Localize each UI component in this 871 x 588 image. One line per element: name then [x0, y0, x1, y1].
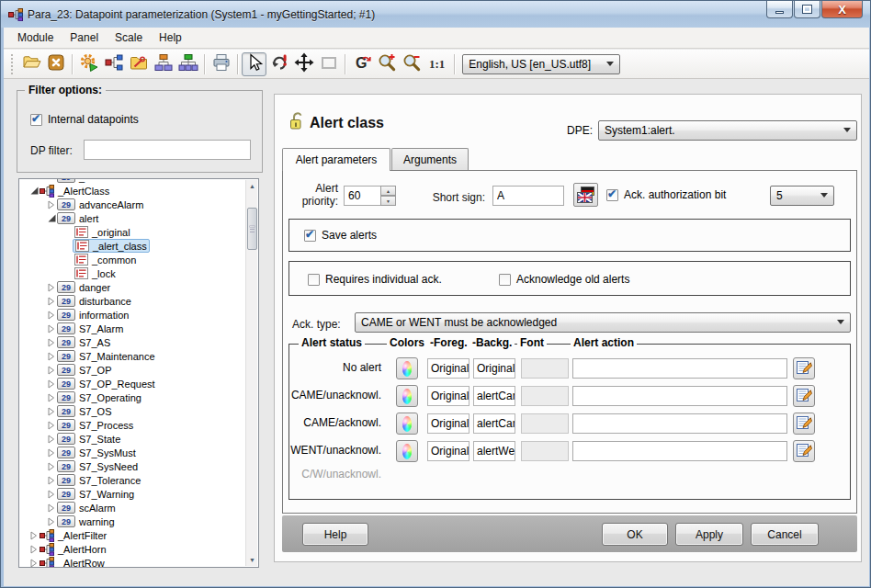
- expander-closed-icon[interactable]: [28, 545, 40, 554]
- tree-item-scalarm[interactable]: 29scAlarm: [19, 501, 245, 514]
- datapoint-tree[interactable]: 29__AlertClass29advanceAlarm29alert_orig…: [18, 178, 259, 568]
- alert-action-input[interactable]: [572, 413, 787, 434]
- edit-action-button[interactable]: [793, 357, 815, 379]
- tree-item-s7-process[interactable]: 29S7_Process: [19, 418, 245, 432]
- save-alerts-checkbox[interactable]: [304, 230, 316, 242]
- tree-item-original[interactable]: _original: [19, 225, 245, 239]
- tree-item-alertclass[interactable]: _AlertClass: [19, 184, 245, 198]
- expander-closed-icon[interactable]: [46, 366, 57, 375]
- expander-closed-icon[interactable]: [46, 503, 57, 513]
- foreground-color-field[interactable]: Original: [427, 441, 469, 461]
- tree-item-alertfilter[interactable]: _AlertFilter: [19, 528, 245, 542]
- expander-closed-icon[interactable]: [46, 407, 57, 416]
- scrollbar-thumb[interactable]: [247, 208, 257, 250]
- help-button[interactable]: Help: [302, 523, 368, 546]
- menu-item-help[interactable]: Help: [151, 28, 190, 47]
- color-wheel-button[interactable]: [396, 413, 418, 435]
- panel-tools-button[interactable]: [126, 52, 151, 76]
- zoom-out-button[interactable]: [399, 52, 424, 76]
- tree-item-s7-op[interactable]: 29S7_OP: [19, 363, 245, 377]
- edit-action-button[interactable]: [793, 440, 815, 462]
- expander-closed-icon[interactable]: [28, 559, 40, 568]
- tree-item-s7-alarm[interactable]: 29S7_Alarm: [19, 322, 245, 335]
- tab-alert-parameters[interactable]: Alert parameters: [282, 148, 390, 171]
- alert-action-input[interactable]: [572, 441, 787, 461]
- maximize-button[interactable]: [794, 1, 820, 18]
- dp-tree-button[interactable]: [101, 52, 126, 76]
- expander-closed-icon[interactable]: [46, 338, 57, 347]
- acknowledge-old-alerts-box[interactable]: [499, 274, 511, 286]
- tree-item-disturbance[interactable]: 29disturbance: [19, 294, 245, 308]
- edit-action-button[interactable]: [793, 385, 815, 407]
- expander-closed-icon[interactable]: [46, 352, 57, 361]
- expander-closed-icon[interactable]: [46, 379, 57, 389]
- ack-authorization-checkbox-box[interactable]: [606, 189, 618, 201]
- color-wheel-button[interactable]: [396, 357, 418, 379]
- expander-closed-icon[interactable]: [46, 324, 57, 334]
- close-panel-button[interactable]: [43, 52, 68, 76]
- system-tree-button[interactable]: [175, 52, 200, 76]
- tree-item-s7-sysneed[interactable]: 29S7_SysNeed: [19, 459, 245, 473]
- select-mode-button[interactable]: [242, 52, 266, 76]
- background-color-field[interactable]: alertWent: [473, 441, 515, 461]
- expander-closed-icon[interactable]: [46, 393, 57, 402]
- acknowledge-old-alerts-checkbox[interactable]: Acknowledge old alerts: [499, 273, 629, 286]
- alert-action-input[interactable]: [572, 358, 787, 379]
- expander-closed-icon[interactable]: [46, 448, 57, 458]
- expander-closed-icon[interactable]: [46, 517, 57, 526]
- tree-item-s7-op-request[interactable]: 29S7_OP_Request: [19, 377, 245, 390]
- background-color-field[interactable]: alertCame: [473, 386, 515, 406]
- tree-item-alerthorn[interactable]: _AlertHorn: [19, 542, 245, 556]
- expander-closed-icon[interactable]: [46, 200, 57, 209]
- tree-scrollbar[interactable]: ▲ ▼: [245, 180, 257, 566]
- spin-up-icon[interactable]: ▲: [380, 186, 396, 196]
- close-button[interactable]: X: [821, 1, 863, 18]
- tree-item-danger[interactable]: 29danger: [19, 280, 245, 294]
- tree-item-alertrow[interactable]: _AlertRow: [19, 556, 245, 567]
- foreground-color-field[interactable]: Original: [427, 413, 469, 434]
- alert-priority-spinbox[interactable]: ▲ ▼: [344, 186, 396, 206]
- background-color-field[interactable]: Original: [473, 358, 515, 379]
- ack-bit-select[interactable]: 5: [770, 186, 834, 206]
- color-wheel-button[interactable]: [396, 385, 418, 407]
- cancel-button[interactable]: Cancel: [751, 523, 819, 546]
- minimize-button[interactable]: [766, 1, 793, 18]
- edit-action-button[interactable]: [793, 413, 815, 435]
- language-select[interactable]: English, US [en_US.utf8]: [462, 54, 620, 74]
- menu-item-scale[interactable]: Scale: [107, 28, 151, 47]
- one-to-one-button[interactable]: 1:1: [429, 57, 445, 72]
- foreground-color-field[interactable]: Original: [427, 358, 469, 379]
- tree-item-lock[interactable]: _lock: [19, 266, 245, 280]
- expander-closed-icon[interactable]: [46, 297, 57, 306]
- tree-item-alert-class[interactable]: _alert_class: [19, 239, 245, 253]
- menu-item-panel[interactable]: Panel: [62, 28, 107, 47]
- alert-refresh-button[interactable]: [266, 52, 291, 76]
- scroll-up-icon[interactable]: ▲: [246, 180, 258, 192]
- spin-down-icon[interactable]: ▼: [380, 196, 396, 206]
- tree-item-s7-as[interactable]: 29S7_AS: [19, 335, 245, 349]
- expander-closed-icon[interactable]: [46, 462, 57, 471]
- tree-item-advancealarm[interactable]: 29advanceAlarm: [19, 198, 245, 211]
- expander-closed-icon[interactable]: [28, 531, 40, 540]
- move-mode-button[interactable]: [291, 52, 316, 76]
- tree-item-s7-os[interactable]: 29S7_OS: [19, 404, 245, 418]
- tree-item-s7-operating[interactable]: 29S7_Operating: [19, 390, 245, 404]
- expander-open-icon[interactable]: [46, 214, 57, 222]
- language-flags-button[interactable]: [573, 183, 598, 207]
- internal-datapoints-checkbox[interactable]: Internal datapoints: [30, 113, 139, 126]
- original-size-button[interactable]: G: [349, 52, 374, 76]
- tree-item-warning[interactable]: 29warning: [19, 514, 245, 528]
- tree-item-alert[interactable]: 29alert: [19, 211, 245, 225]
- alert-action-input[interactable]: [572, 386, 787, 406]
- apply-button[interactable]: Apply: [675, 523, 743, 546]
- foreground-color-field[interactable]: Original: [427, 386, 469, 406]
- color-wheel-button[interactable]: [396, 440, 418, 462]
- tab-arguments[interactable]: Arguments: [391, 148, 469, 170]
- dp-filter-input[interactable]: [84, 140, 251, 160]
- tree-item-s7-tolerance[interactable]: 29S7_Tolerance: [19, 473, 245, 487]
- expander-closed-icon[interactable]: [46, 476, 57, 485]
- tree-item-s7-sysmust[interactable]: 29S7_SysMust: [19, 446, 245, 459]
- zoom-in-button[interactable]: [374, 52, 399, 76]
- requires-individual-ack-box[interactable]: [308, 274, 320, 286]
- requires-individual-ack-checkbox[interactable]: Requires individual ack.: [308, 273, 442, 286]
